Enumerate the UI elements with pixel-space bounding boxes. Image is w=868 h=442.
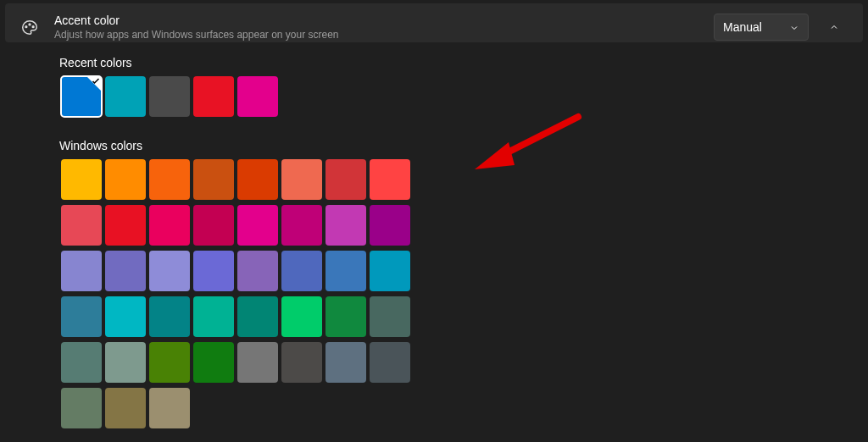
windows-color-swatch[interactable] — [193, 205, 234, 246]
windows-color-swatch[interactable] — [61, 388, 102, 428]
windows-color-swatch[interactable] — [105, 205, 146, 246]
windows-color-swatch[interactable] — [237, 159, 278, 200]
chevron-down-icon — [789, 22, 799, 32]
windows-color-swatch[interactable] — [149, 388, 190, 428]
windows-color-swatch[interactable] — [61, 205, 102, 246]
svg-point-2 — [32, 26, 34, 28]
windows-color-swatch[interactable] — [149, 251, 190, 291]
svg-point-1 — [29, 24, 31, 25]
windows-color-swatch[interactable] — [281, 342, 322, 383]
palette-icon — [20, 19, 39, 37]
windows-color-swatch[interactable] — [370, 342, 410, 383]
recent-color-swatch[interactable] — [105, 76, 146, 117]
windows-colors-grid — [59, 157, 853, 430]
windows-color-swatch[interactable] — [326, 342, 366, 383]
check-icon — [86, 76, 102, 91]
windows-color-swatch[interactable] — [193, 296, 234, 337]
recent-color-swatch[interactable] — [61, 76, 102, 117]
windows-color-swatch[interactable] — [281, 159, 322, 200]
windows-color-swatch[interactable] — [149, 296, 190, 337]
windows-color-swatch[interactable] — [326, 205, 366, 246]
windows-color-swatch[interactable] — [326, 159, 366, 200]
windows-color-row — [59, 249, 853, 293]
chevron-up-icon — [829, 22, 839, 32]
windows-color-swatch[interactable] — [237, 342, 278, 383]
windows-color-swatch[interactable] — [193, 251, 234, 291]
windows-color-swatch[interactable] — [61, 251, 102, 291]
panel-header: Accent color Adjust how apps and Windows… — [20, 14, 848, 41]
windows-color-row — [59, 295, 853, 339]
windows-color-swatch[interactable] — [149, 342, 190, 383]
svg-point-0 — [25, 26, 27, 28]
windows-color-swatch[interactable] — [61, 159, 102, 200]
windows-color-swatch[interactable] — [281, 251, 322, 291]
collapse-button[interactable] — [821, 14, 848, 41]
windows-color-swatch[interactable] — [105, 388, 146, 428]
windows-color-swatch[interactable] — [370, 251, 410, 291]
recent-colors-label: Recent colors — [59, 56, 853, 69]
recent-color-swatch[interactable] — [193, 76, 234, 117]
panel-title: Accent color — [54, 14, 714, 27]
recent-color-swatch[interactable] — [149, 76, 190, 117]
windows-colors-label: Windows colors — [59, 139, 853, 152]
recent-colors-row — [59, 75, 853, 119]
windows-color-swatch[interactable] — [61, 342, 102, 383]
panel-subtitle: Adjust how apps and Windows surfaces app… — [54, 29, 714, 41]
windows-color-row — [59, 340, 853, 384]
windows-color-swatch[interactable] — [149, 205, 190, 246]
windows-color-row — [59, 157, 853, 202]
accent-color-panel: Accent color Adjust how apps and Windows… — [5, 3, 863, 42]
accent-mode-value: Manual — [723, 20, 762, 34]
windows-color-swatch[interactable] — [193, 342, 234, 383]
windows-color-row — [59, 203, 853, 247]
windows-color-swatch[interactable] — [237, 205, 278, 246]
windows-color-swatch[interactable] — [105, 159, 146, 200]
windows-color-swatch[interactable] — [281, 296, 322, 337]
recent-color-swatch[interactable] — [237, 76, 278, 117]
panel-body: Recent colors Windows colors — [0, 46, 868, 440]
windows-color-swatch[interactable] — [370, 296, 410, 337]
windows-color-swatch[interactable] — [237, 296, 278, 337]
windows-color-swatch[interactable] — [193, 159, 234, 200]
windows-color-swatch[interactable] — [105, 251, 146, 291]
windows-color-swatch[interactable] — [326, 251, 366, 291]
windows-color-swatch[interactable] — [105, 342, 146, 383]
windows-color-swatch[interactable] — [370, 159, 410, 200]
windows-color-swatch[interactable] — [61, 296, 102, 337]
accent-mode-select[interactable]: Manual — [714, 14, 809, 41]
windows-color-row — [59, 386, 853, 430]
windows-color-swatch[interactable] — [149, 159, 190, 200]
windows-color-swatch[interactable] — [281, 205, 322, 246]
windows-color-swatch[interactable] — [237, 251, 278, 291]
windows-color-swatch[interactable] — [370, 205, 410, 246]
header-text: Accent color Adjust how apps and Windows… — [54, 14, 714, 41]
windows-color-swatch[interactable] — [105, 296, 146, 337]
windows-color-swatch[interactable] — [326, 296, 366, 337]
